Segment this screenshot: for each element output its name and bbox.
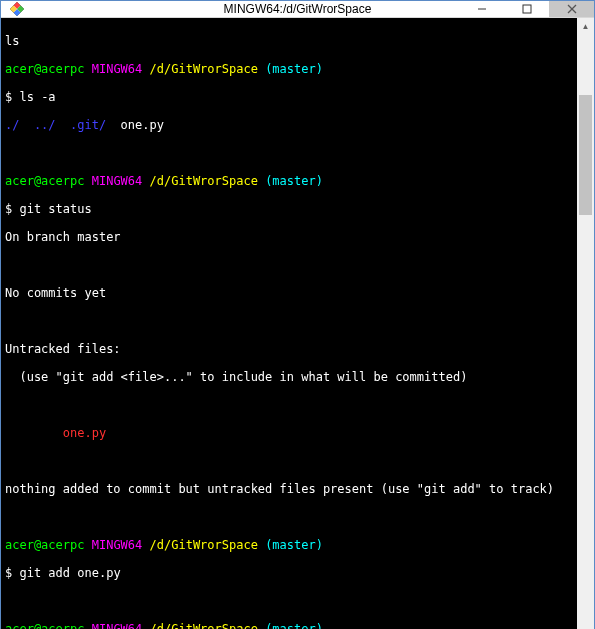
blank-line xyxy=(5,398,573,412)
blank-line xyxy=(5,454,573,468)
minimize-button[interactable] xyxy=(459,1,504,17)
maximize-button[interactable] xyxy=(504,1,549,17)
window-buttons xyxy=(459,1,594,17)
output-line: (use "git add <file>..." to include in w… xyxy=(5,370,573,384)
output-line: Untracked files: xyxy=(5,342,573,356)
scroll-up-button[interactable]: ▲ xyxy=(577,18,594,35)
scrollbar[interactable]: ▲ ▼ xyxy=(577,18,594,629)
app-icon xyxy=(9,1,25,17)
scroll-track[interactable] xyxy=(577,35,594,629)
blank-line xyxy=(5,594,573,608)
prompt-line: acer@acerpc MINGW64 /d/GitWrorSpace (mas… xyxy=(5,62,573,76)
window-frame: MINGW64:/d/GitWrorSpace ls acer@acerpc M… xyxy=(0,0,595,629)
prompt-line: acer@acerpc MINGW64 /d/GitWrorSpace (mas… xyxy=(5,538,573,552)
terminal[interactable]: ls acer@acerpc MINGW64 /d/GitWrorSpace (… xyxy=(1,18,577,629)
output-line: one.py xyxy=(5,426,573,440)
titlebar[interactable]: MINGW64:/d/GitWrorSpace xyxy=(1,1,594,18)
svg-rect-6 xyxy=(523,5,531,13)
prompt-line: acer@acerpc MINGW64 /d/GitWrorSpace (mas… xyxy=(5,174,573,188)
blank-line xyxy=(5,314,573,328)
output-line: No commits yet xyxy=(5,286,573,300)
blank-line xyxy=(5,510,573,524)
command-line: $ git add one.py xyxy=(5,566,573,580)
blank-line xyxy=(5,258,573,272)
blank-line xyxy=(5,146,573,160)
output-line: ls xyxy=(5,34,573,48)
output-line: On branch master xyxy=(5,230,573,244)
prompt-line: acer@acerpc MINGW64 /d/GitWrorSpace (mas… xyxy=(5,622,573,629)
scroll-thumb[interactable] xyxy=(579,95,592,215)
output-line: ./ ../ .git/ one.py xyxy=(5,118,573,132)
output-line: nothing added to commit but untracked fi… xyxy=(5,482,573,496)
command-line: $ ls -a xyxy=(5,90,573,104)
close-button[interactable] xyxy=(549,1,594,17)
command-line: $ git status xyxy=(5,202,573,216)
terminal-area: ls acer@acerpc MINGW64 /d/GitWrorSpace (… xyxy=(1,18,594,629)
